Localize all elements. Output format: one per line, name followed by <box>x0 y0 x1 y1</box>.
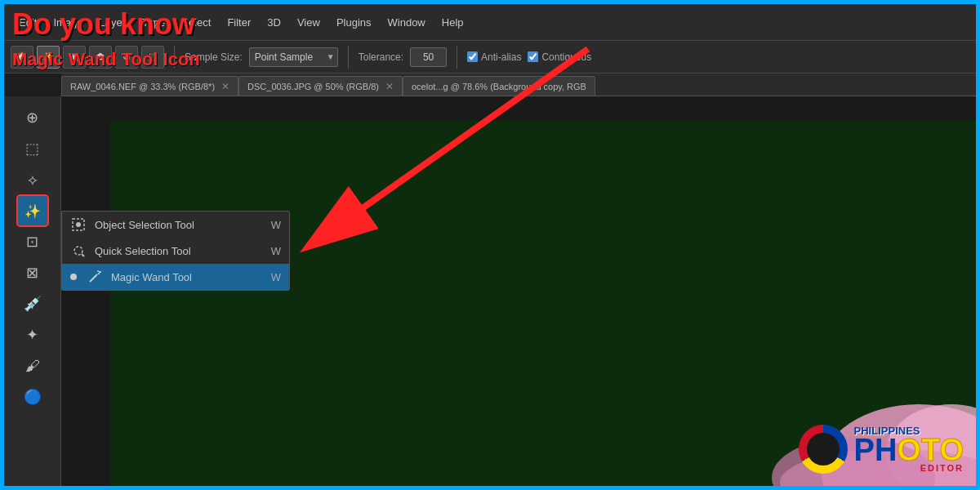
magic-wand-icon <box>87 269 103 285</box>
logo-text-group: PHILIPPINES PHOTO EDITOR <box>854 425 964 473</box>
submenu-quick-selection[interactable]: Quick Selection Tool W <box>62 238 289 264</box>
contiguous-checkbox[interactable]: Contiguous <box>528 51 591 63</box>
menu-help[interactable]: Help <box>435 13 470 32</box>
anti-alias-label: Anti-alias <box>481 51 521 63</box>
submenu-wand-shortcut: W <box>271 271 281 283</box>
submenu-quick-label: Quick Selection Tool <box>95 245 191 257</box>
submenu-wand-label: Magic Wand Tool <box>111 271 192 283</box>
logo-editor: EDITOR <box>854 464 964 473</box>
submenu-object-label: Object Selection Tool <box>95 219 194 231</box>
tool-submenu: Object Selection Tool W Quick Selection … <box>61 211 290 291</box>
tab-0-close[interactable]: ✕ <box>221 81 229 92</box>
separator-2 <box>348 46 349 69</box>
menu-3d[interactable]: 3D <box>261 13 287 32</box>
logo-circle-inner <box>807 433 840 466</box>
left-toolbar: ⊕ ⬚ ⟡ ✨ ⊡ ⊠ 💉 ✦ 🖌 🔵 <box>4 96 61 486</box>
menu-filter[interactable]: Filter <box>220 13 257 32</box>
submenu-object-selection[interactable]: Object Selection Tool W <box>62 212 289 238</box>
svg-marker-9 <box>97 272 100 274</box>
tool-magic-wand[interactable]: ✨ <box>18 196 47 225</box>
tool-crop[interactable]: ⊡ <box>18 227 47 256</box>
sample-size-select[interactable]: Point Sample 3 by 3 Average 5 by 5 Avera… <box>249 47 338 67</box>
annotation-subtitle: Magic Wand Tool Icon <box>12 49 200 70</box>
tool-move[interactable]: ⊕ <box>18 103 47 132</box>
menu-view[interactable]: View <box>291 13 327 32</box>
submenu-quick-shortcut: W <box>271 245 281 257</box>
tool-frame[interactable]: ⊠ <box>18 258 47 287</box>
tab-bar: RAW_0046.NEF @ 33.3% (RGB/8*) ✕ DSC_0036… <box>61 74 976 96</box>
bottom-border <box>0 486 980 490</box>
tolerance-label: Tolerance: <box>359 51 403 63</box>
tab-2[interactable]: ocelot...g @ 78.6% (Background copy, RGB <box>403 76 595 96</box>
logo-circle <box>799 425 848 474</box>
svg-line-8 <box>90 274 97 282</box>
annotation-title: Do you know <box>12 8 195 41</box>
active-dot <box>70 274 77 280</box>
menu-window[interactable]: Window <box>381 13 432 32</box>
submenu-magic-wand[interactable]: Magic Wand Tool W <box>62 264 289 290</box>
submenu-object-shortcut: W <box>271 219 281 231</box>
anti-alias-check[interactable] <box>467 51 478 62</box>
logo-oto: OTO <box>897 433 964 467</box>
tool-brush[interactable]: 🖌 <box>18 351 47 381</box>
tab-1-label: DSC_0036.JPG @ 50% (RGB/8) <box>247 82 379 91</box>
tolerance-input[interactable] <box>410 47 447 67</box>
anti-alias-checkbox[interactable]: Anti-alias <box>467 51 521 63</box>
object-selection-icon <box>70 216 87 233</box>
tab-0-label: RAW_0046.NEF @ 33.3% (RGB/8*) <box>70 82 215 91</box>
tool-marquee[interactable]: ⬚ <box>18 134 47 163</box>
svg-point-5 <box>76 222 81 227</box>
logo-photo: PHOTO <box>854 436 964 464</box>
tool-stamp[interactable]: 🔵 <box>18 382 47 412</box>
svg-line-7 <box>82 254 84 256</box>
tab-0[interactable]: RAW_0046.NEF @ 33.3% (RGB/8*) ✕ <box>61 76 238 96</box>
tab-1-close[interactable]: ✕ <box>385 81 394 92</box>
contiguous-label: Contiguous <box>541 51 591 63</box>
tool-eyedropper[interactable]: 💉 <box>18 289 47 318</box>
contiguous-check[interactable] <box>528 51 538 62</box>
tool-spot-heal[interactable]: ✦ <box>18 320 47 350</box>
tab-2-label: ocelot...g @ 78.6% (Background copy, RGB <box>412 82 586 91</box>
logo-area: PHILIPPINES PHOTO EDITOR <box>799 425 964 474</box>
tool-lasso[interactable]: ⟡ <box>18 165 47 194</box>
tab-1[interactable]: DSC_0036.JPG @ 50% (RGB/8) ✕ <box>238 76 403 96</box>
separator-3 <box>457 46 457 69</box>
quick-selection-icon <box>70 243 87 259</box>
right-border <box>976 0 980 490</box>
sample-size-wrapper: Point Sample 3 by 3 Average 5 by 5 Avera… <box>249 47 338 67</box>
svg-point-6 <box>74 247 82 255</box>
logo-ph: PH <box>854 433 898 467</box>
menu-plugins[interactable]: Plugins <box>330 13 378 32</box>
